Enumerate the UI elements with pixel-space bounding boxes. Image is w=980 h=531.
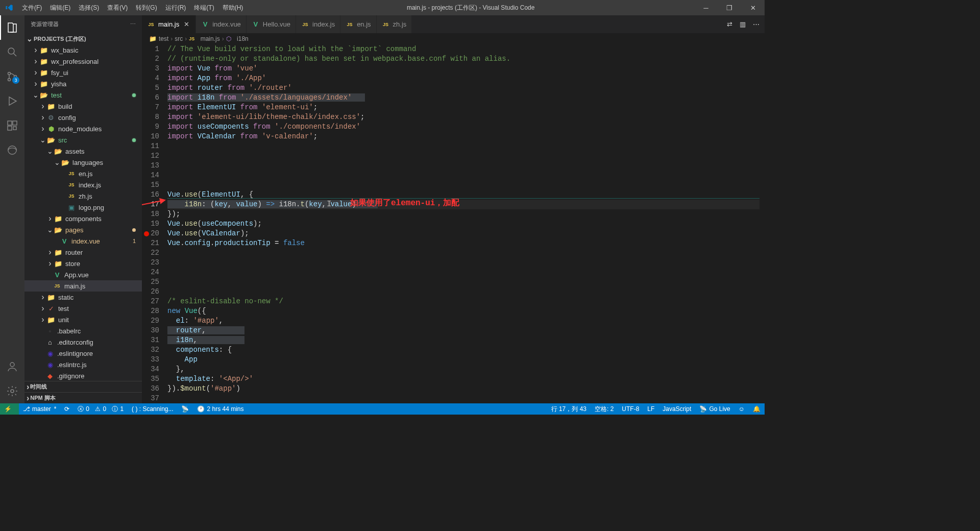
minimize-button[interactable]: ─ [694, 0, 718, 15]
menu-help[interactable]: 帮助(H) [218, 0, 248, 15]
menu-edit[interactable]: 编辑(E) [46, 0, 75, 15]
tab-zh-js[interactable]: JSzh.js [377, 15, 412, 33]
git-sync[interactable]: ⟳ [60, 403, 74, 415]
tab-label: main.js [158, 20, 179, 28]
close-icon[interactable]: ✕ [182, 20, 190, 28]
scanning[interactable]: ( ) : Scanning... [128, 403, 177, 415]
menu-goto[interactable]: 转到(G) [132, 0, 161, 15]
menu-file[interactable]: 文件(F) [18, 0, 46, 15]
tree-eslintignore[interactable]: ◉.eslintignore [24, 348, 142, 359]
tree-label: test [58, 305, 69, 312]
section-projects[interactable]: PROJECTS (工作区) [24, 33, 142, 44]
menu-run[interactable]: 运行(R) [161, 0, 190, 15]
problems[interactable]: ⓧ0 ⚠0 ⓘ1 [74, 403, 128, 415]
tree-main-js[interactable]: JSmain.js [24, 280, 142, 292]
chevron-right-icon [39, 113, 47, 122]
breadcrumbs[interactable]: 📁test › src › JS main.js › ⬡ i18n [142, 33, 765, 44]
tree-node-modules[interactable]: ⬢node_modules [24, 123, 142, 134]
section-timeline[interactable]: 时间线 [24, 381, 142, 392]
menu-select[interactable]: 选择(S) [75, 0, 103, 15]
gutter: 12345 678910 1112131415 16171819 20 2122… [142, 44, 167, 403]
code-editor[interactable]: 12345 678910 1112131415 16171819 20 2122… [142, 44, 765, 403]
tree-router[interactable]: router [24, 247, 142, 258]
tree-test-folder[interactable]: ✓test [24, 303, 142, 314]
tree-wx-basic[interactable]: wx_basic [24, 44, 142, 56]
search-icon[interactable] [0, 40, 24, 64]
eol[interactable]: LF [643, 403, 658, 415]
tab-index-js[interactable]: JSindex.js [296, 15, 340, 33]
tree-gitignore[interactable]: ◆.gitignore [24, 370, 142, 381]
tree-store[interactable]: store [24, 258, 142, 269]
tree-label: test [51, 91, 62, 99]
go-live[interactable]: 📡Go Live [695, 403, 734, 415]
tree-index-js[interactable]: JSindex.js [24, 179, 142, 190]
tree-index-vue[interactable]: Vindex.vue1 [24, 235, 142, 247]
git-branch[interactable]: ⎇master* [19, 403, 60, 415]
eslint-icon: ◉ [46, 349, 54, 357]
explorer-icon[interactable] [0, 15, 24, 40]
feedback[interactable]: ☺ [734, 403, 749, 415]
tree-logo-png[interactable]: ▣logo.png [24, 202, 142, 213]
tree-editorconfig[interactable]: ⌂.editorconfig [24, 336, 142, 348]
vue-icon: V [201, 20, 209, 29]
indentation[interactable]: 空格: 2 [591, 403, 618, 415]
section-npm[interactable]: NPM 脚本 [24, 392, 142, 403]
tree-babelrc[interactable]: ◦.babelrc [24, 325, 142, 336]
modified-indicator [132, 228, 136, 232]
cursor-position[interactable]: 行 17，列 43 [547, 403, 591, 415]
tree-wx-professional[interactable]: wx_professional [24, 56, 142, 67]
tree-languages[interactable]: languages [24, 157, 142, 168]
tree-config[interactable]: ⚙config [24, 112, 142, 123]
remote-button[interactable]: ⚡ [0, 403, 16, 415]
svg-rect-6 [8, 126, 12, 130]
tree-components[interactable]: components [24, 213, 142, 224]
tab-index-vue[interactable]: Vindex.vue [196, 15, 247, 33]
close-button[interactable]: ✕ [741, 0, 765, 15]
split-icon[interactable]: ▥ [740, 20, 746, 28]
tree-build[interactable]: build [24, 101, 142, 112]
tree-test[interactable]: test [24, 89, 142, 101]
tree-zh-js[interactable]: JSzh.js [24, 190, 142, 202]
sidebar-more-icon[interactable]: ⋯ [130, 21, 136, 28]
account-icon[interactable] [0, 354, 24, 379]
tab-main-js[interactable]: JSmain.js✕ [142, 15, 196, 33]
tree-src[interactable]: src [24, 134, 142, 146]
chevron-right-icon [32, 45, 40, 55]
folder-icon [47, 136, 55, 144]
extensions-icon[interactable] [0, 113, 24, 138]
code-content[interactable]: // The Vue build version to load with th… [167, 44, 760, 403]
tree-label: components [65, 215, 102, 223]
tree-eslintrc[interactable]: ◉.eslintrc.js [24, 359, 142, 370]
chevron-right-icon [46, 214, 54, 223]
language-mode[interactable]: JavaScript [658, 403, 695, 415]
tab-hello-vue[interactable]: VHello.vue [247, 15, 296, 33]
breakpoint-icon[interactable] [144, 231, 149, 236]
more-icon[interactable]: ⋯ [753, 20, 760, 28]
tree-fsy-ui[interactable]: fsy_ui [24, 67, 142, 78]
scm-icon[interactable]: 3 [0, 64, 24, 89]
tree-app-vue[interactable]: VApp.vue [24, 269, 142, 280]
encoding[interactable]: UTF-8 [618, 403, 643, 415]
menu-view[interactable]: 查看(V) [103, 0, 132, 15]
time-tracking[interactable]: 🕐2 hrs 44 mins [193, 403, 248, 415]
debug-icon[interactable] [0, 89, 24, 113]
svg-point-1 [8, 73, 11, 75]
compare-icon[interactable]: ⇄ [727, 20, 732, 28]
tree-en-js[interactable]: JSen.js [24, 168, 142, 179]
tree-yisha[interactable]: yisha [24, 78, 142, 89]
tree-pages[interactable]: pages [24, 224, 142, 235]
maximize-button[interactable]: ❐ [718, 0, 741, 15]
js-icon: JS [67, 170, 76, 178]
sidebar-header: 资源管理器 ⋯ [24, 15, 142, 33]
settings-icon[interactable] [0, 379, 24, 403]
live-share[interactable]: 📡 [177, 403, 193, 415]
menu-terminal[interactable]: 终端(T) [190, 0, 218, 15]
tree-static[interactable]: static [24, 292, 142, 303]
tab-en-js[interactable]: JSen.js [340, 15, 376, 33]
tree-unit[interactable]: unit [24, 314, 142, 325]
tree-assets[interactable]: assets [24, 146, 142, 157]
minimap[interactable] [760, 44, 765, 403]
notifications[interactable]: 🔔 [749, 403, 765, 415]
edge-icon[interactable] [0, 138, 24, 162]
tree-label: .eslintignore [57, 350, 93, 357]
